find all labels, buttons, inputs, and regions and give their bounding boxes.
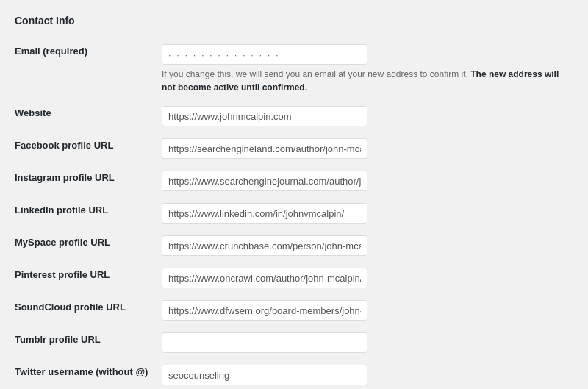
field-container-myspace [162,229,573,262]
description-bold-email: The new address will not become active u… [162,69,559,93]
field-container-pinterest [162,262,573,294]
label-soundcloud: SoundCloud profile URL [15,294,162,326]
input-linkedin[interactable] [162,203,368,224]
field-container-linkedin [162,197,573,229]
form-row-instagram: Instagram profile URL [15,165,573,197]
form-row-linkedin: LinkedIn profile URL [15,197,573,229]
label-linkedin: LinkedIn profile URL [15,197,162,229]
field-container-instagram [162,165,573,197]
input-pinterest[interactable] [162,268,368,288]
description-email: If you change this, we will send you an … [162,68,566,94]
form-row-website: Website [15,100,573,132]
form-row-tumblr: Tumblr profile URL [15,326,573,359]
form-row-soundcloud: SoundCloud profile URL [15,294,573,326]
field-container-email: If you change this, we will send you an … [162,38,573,100]
section-title: Contact Info [15,15,573,26]
field-container-facebook [162,132,573,165]
field-container-soundcloud [162,294,573,326]
form-row-myspace: MySpace profile URL [15,229,573,262]
input-twitter[interactable] [162,365,368,385]
form-row-facebook: Facebook profile URL [15,132,573,165]
label-facebook: Facebook profile URL [15,132,162,165]
input-soundcloud[interactable] [162,300,368,321]
field-container-twitter [162,359,573,389]
form-row-twitter: Twitter username (without @) [15,359,573,389]
input-tumblr[interactable] [162,332,368,353]
label-pinterest: Pinterest profile URL [15,262,162,294]
input-myspace[interactable] [162,235,368,256]
contact-info-form: Email (required)If you change this, we w… [15,38,573,389]
label-email: Email (required) [15,38,162,100]
input-instagram[interactable] [162,171,368,191]
field-container-tumblr [162,326,573,359]
label-instagram: Instagram profile URL [15,165,162,197]
input-facebook[interactable] [162,138,368,159]
form-row-email: Email (required)If you change this, we w… [15,38,573,100]
input-website[interactable] [162,106,368,126]
label-myspace: MySpace profile URL [15,229,162,262]
field-container-website [162,100,573,132]
label-twitter: Twitter username (without @) [15,359,162,389]
input-email[interactable] [162,44,368,65]
label-tumblr: Tumblr profile URL [15,326,162,359]
label-website: Website [15,100,162,132]
form-row-pinterest: Pinterest profile URL [15,262,573,294]
